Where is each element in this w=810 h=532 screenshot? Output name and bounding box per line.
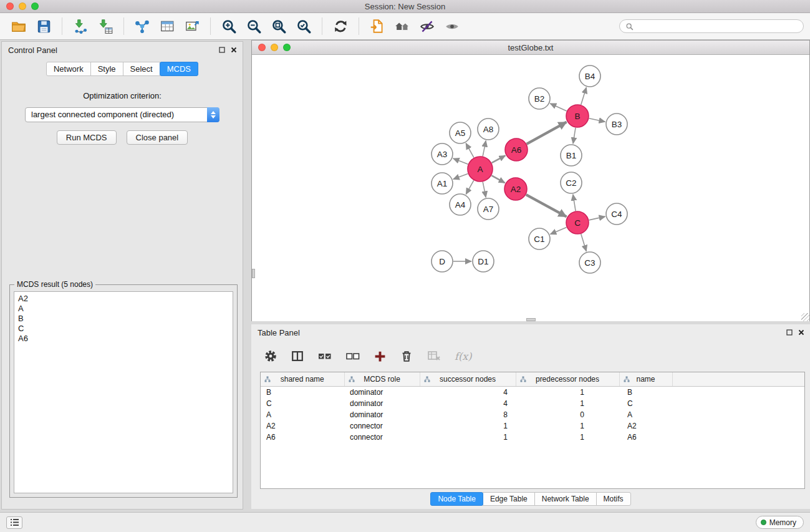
tab-style[interactable]: Style: [90, 62, 123, 76]
style-toggle-button[interactable]: [416, 15, 438, 37]
import-network-button[interactable]: [69, 15, 92, 37]
table-cell[interactable]: A2: [619, 420, 672, 432]
result-item[interactable]: A2: [18, 294, 229, 304]
task-history-button[interactable]: [6, 516, 22, 529]
search-input[interactable]: [637, 21, 798, 31]
table-cell[interactable]: 8: [420, 409, 516, 420]
network-edge-B-B3[interactable]: [589, 118, 605, 122]
network-edge-A-A7[interactable]: [483, 182, 486, 198]
table-cell[interactable]: B: [619, 387, 672, 399]
table-row[interactable]: Cdominator41C: [261, 398, 804, 409]
table-cell[interactable]: 0: [516, 409, 619, 420]
maximize-window-button[interactable]: [31, 2, 39, 10]
search-box[interactable]: [619, 19, 804, 33]
close-panel-button[interactable]: Close panel: [127, 130, 188, 145]
function-builder-button[interactable]: f(x): [455, 351, 471, 362]
table-cell[interactable]: B: [261, 387, 344, 399]
network-edge-A-A5[interactable]: [466, 143, 474, 158]
control-panel-header[interactable]: Control Panel: [2, 42, 243, 58]
network-edge-A-A3[interactable]: [453, 158, 468, 164]
table-cell[interactable]: C: [619, 398, 672, 409]
tab-network-table[interactable]: Network Table: [534, 492, 597, 506]
unselect-all-columns-button[interactable]: [345, 349, 360, 364]
network-edge-B-B4[interactable]: [581, 87, 587, 105]
tab-edge-table[interactable]: Edge Table: [483, 492, 535, 506]
network-edge-B-B2[interactable]: [550, 104, 566, 111]
save-session-button[interactable]: [32, 15, 55, 37]
network-edge-A-A6[interactable]: [492, 155, 506, 163]
apply-layout-button[interactable]: [329, 15, 352, 37]
table-cell[interactable]: 1: [420, 420, 516, 432]
table-cell[interactable]: 1: [420, 432, 516, 443]
network-edge-C-C4[interactable]: [589, 216, 605, 220]
zoom-in-button[interactable]: [218, 15, 240, 37]
column-header[interactable]: shared name: [261, 372, 344, 387]
delete-column-button[interactable]: [400, 349, 413, 363]
run-mcds-button[interactable]: Run MCDS: [57, 130, 117, 145]
float-panel-button[interactable]: [219, 47, 225, 53]
table-cell[interactable]: dominator: [344, 398, 420, 409]
create-column-button[interactable]: [374, 350, 387, 363]
network-edge-A-A8[interactable]: [483, 141, 486, 157]
table-row[interactable]: A6connector11A6: [261, 432, 804, 443]
network-edge-C-C3[interactable]: [581, 234, 587, 251]
select-all-columns-button[interactable]: [317, 349, 332, 364]
table-cell[interactable]: dominator: [344, 387, 420, 399]
table-cell[interactable]: A6: [619, 432, 672, 443]
table-row[interactable]: Bdominator41B: [261, 387, 804, 399]
table-row[interactable]: A2connector11A2: [261, 420, 804, 432]
network-edge-A-A1[interactable]: [453, 173, 468, 179]
table-cell[interactable]: 1: [516, 398, 619, 409]
open-session-button[interactable]: [7, 15, 30, 37]
network-edge-A6-B[interactable]: [527, 122, 567, 144]
resize-grip[interactable]: [801, 313, 809, 321]
tab-motifs[interactable]: Motifs: [596, 492, 631, 506]
result-item[interactable]: A6: [18, 334, 229, 344]
network-edge-C-C2[interactable]: [573, 195, 576, 211]
close-network-window-button[interactable]: [258, 44, 266, 51]
table-cell[interactable]: A6: [261, 432, 344, 443]
network-edge-A-A2[interactable]: [491, 175, 504, 183]
table-cell[interactable]: C: [261, 398, 344, 409]
tab-node-table[interactable]: Node Table: [430, 492, 483, 506]
table-cell[interactable]: 1: [516, 387, 619, 399]
network-edge-B-B1[interactable]: [573, 128, 576, 143]
column-header[interactable]: successor nodes: [420, 372, 516, 387]
show-columns-button[interactable]: [291, 349, 304, 363]
result-item[interactable]: C: [18, 324, 229, 334]
table-cell[interactable]: 1: [516, 432, 619, 443]
zoom-fit-button[interactable]: [268, 15, 290, 37]
resize-grip[interactable]: [526, 318, 536, 321]
table-cell[interactable]: A: [619, 409, 672, 420]
close-table-panel-button[interactable]: [798, 329, 804, 336]
column-header[interactable]: name: [619, 372, 672, 387]
delete-table-button[interactable]: [427, 349, 441, 364]
maximize-network-window-button[interactable]: [283, 44, 291, 51]
column-header[interactable]: predecessor nodes: [516, 372, 619, 387]
table-cell[interactable]: 4: [420, 398, 516, 409]
zoom-selected-button[interactable]: [292, 15, 315, 37]
column-header[interactable]: MCDS role: [344, 372, 420, 387]
float-table-panel-button[interactable]: [786, 329, 793, 336]
result-item[interactable]: A: [18, 304, 229, 314]
close-window-button[interactable]: [6, 2, 14, 10]
resize-grip[interactable]: [252, 269, 255, 278]
minimize-window-button[interactable]: [19, 2, 26, 10]
network-edge-C-C1[interactable]: [551, 227, 567, 234]
zoom-out-button[interactable]: [243, 15, 265, 37]
tab-mcds[interactable]: MCDS: [160, 62, 198, 76]
table-row[interactable]: Adominator80A: [261, 409, 804, 420]
new-network-button[interactable]: [131, 15, 153, 37]
table-cell[interactable]: A2: [261, 420, 344, 432]
show-details-button[interactable]: [441, 15, 463, 37]
network-window-titlebar[interactable]: testGlobe.txt: [252, 41, 809, 55]
close-control-panel-button[interactable]: [231, 47, 237, 53]
window-titlebar[interactable]: Session: New Session: [0, 0, 810, 13]
memory-button[interactable]: Memory: [756, 516, 804, 529]
network-edge-A2-C[interactable]: [526, 195, 567, 216]
criterion-dropdown[interactable]: largest connected component (directed): [25, 107, 219, 122]
table-cell[interactable]: 4: [420, 387, 516, 399]
table-cell[interactable]: dominator: [344, 409, 420, 420]
new-table-button[interactable]: [156, 15, 178, 37]
network-edge-A-A4[interactable]: [466, 180, 473, 194]
